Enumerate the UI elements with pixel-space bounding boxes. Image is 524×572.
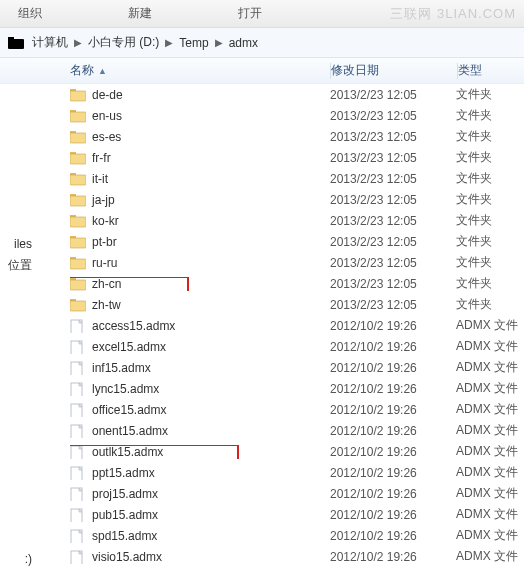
svg-rect-23	[70, 301, 86, 311]
item-name-cell: zh-cn	[70, 277, 330, 291]
list-item[interactable]: ko-kr2013/2/23 12:05文件夹	[70, 210, 524, 231]
item-type: ADMX 文件	[456, 317, 524, 334]
item-date: 2013/2/23 12:05	[330, 298, 456, 312]
item-name: outlk15.admx	[92, 445, 163, 459]
list-item[interactable]: access15.admx2012/10/2 19:26ADMX 文件	[70, 315, 524, 336]
item-name-cell: ru-ru	[70, 256, 330, 270]
item-type: ADMX 文件	[456, 380, 524, 397]
item-date: 2013/2/23 12:05	[330, 109, 456, 123]
folder-icon	[70, 214, 86, 228]
item-name-cell: ppt15.admx	[70, 466, 330, 480]
file-icon	[70, 361, 86, 375]
folder-icon	[70, 298, 86, 312]
file-icon	[70, 487, 86, 501]
breadcrumb-temp[interactable]: Temp	[179, 36, 208, 50]
toolbar: 组织 新建 打开 三联网 3LIAN.COM	[0, 0, 524, 28]
item-name: en-us	[92, 109, 122, 123]
item-name: inf15.admx	[92, 361, 151, 375]
item-date: 2012/10/2 19:26	[330, 529, 456, 543]
folder-icon	[70, 235, 86, 249]
item-name-cell: lync15.admx	[70, 382, 330, 396]
chevron-right-icon: ▶	[74, 37, 82, 48]
file-icon	[70, 466, 86, 480]
column-headers: 名称 ▲ 修改日期 类型	[0, 58, 524, 84]
item-date: 2012/10/2 19:26	[330, 466, 456, 480]
toolbar-organize[interactable]: 组织	[10, 3, 50, 24]
list-item[interactable]: office15.admx2012/10/2 19:26ADMX 文件	[70, 399, 524, 420]
svg-rect-21	[70, 280, 86, 290]
list-item[interactable]: pt-br2013/2/23 12:05文件夹	[70, 231, 524, 252]
list-item[interactable]: spd15.admx2012/10/2 19:26ADMX 文件	[70, 525, 524, 546]
list-item[interactable]: inf15.admx2012/10/2 19:26ADMX 文件	[70, 357, 524, 378]
list-item[interactable]: fr-fr2013/2/23 12:05文件夹	[70, 147, 524, 168]
item-date: 2013/2/23 12:05	[330, 193, 456, 207]
list-item[interactable]: ppt15.admx2012/10/2 19:26ADMX 文件	[70, 462, 524, 483]
item-type: 文件夹	[456, 275, 524, 292]
column-modified[interactable]: 修改日期	[331, 62, 457, 79]
breadcrumb: 计算机 ▶ 小白专用 (D:) ▶ Temp ▶ admx	[32, 34, 258, 51]
chevron-right-icon: ▶	[165, 37, 173, 48]
folder-icon	[70, 130, 86, 144]
item-name-cell: proj15.admx	[70, 487, 330, 501]
list-item[interactable]: es-es2013/2/23 12:05文件夹	[70, 126, 524, 147]
sort-asc-icon: ▲	[98, 66, 107, 76]
item-type: ADMX 文件	[456, 485, 524, 502]
column-name[interactable]: 名称 ▲	[70, 62, 330, 79]
svg-rect-1	[8, 39, 24, 49]
list-item[interactable]: de-de2013/2/23 12:05文件夹	[70, 84, 524, 105]
chevron-right-icon: ▶	[215, 37, 223, 48]
breadcrumb-drive[interactable]: 小白专用 (D:)	[88, 34, 159, 51]
list-item[interactable]: en-us2013/2/23 12:05文件夹	[70, 105, 524, 126]
item-name-cell: pub15.admx	[70, 508, 330, 522]
list-item[interactable]: outlk15.admx2012/10/2 19:26ADMX 文件	[70, 441, 524, 462]
item-name: ru-ru	[92, 256, 117, 270]
item-name-cell: ko-kr	[70, 214, 330, 228]
list-item[interactable]: lync15.admx2012/10/2 19:26ADMX 文件	[70, 378, 524, 399]
list-item[interactable]: it-it2013/2/23 12:05文件夹	[70, 168, 524, 189]
breadcrumb-computer[interactable]: 计算机	[32, 34, 68, 51]
item-name: pt-br	[92, 235, 117, 249]
item-type: ADMX 文件	[456, 548, 524, 565]
item-name-cell: fr-fr	[70, 151, 330, 165]
item-type: 文件夹	[456, 212, 524, 229]
item-name: zh-tw	[92, 298, 121, 312]
list-item[interactable]: onent15.admx2012/10/2 19:26ADMX 文件	[70, 420, 524, 441]
breadcrumb-admx[interactable]: admx	[229, 36, 258, 50]
list-item[interactable]: visio15.admx2012/10/2 19:26ADMX 文件	[70, 546, 524, 567]
toolbar-open[interactable]: 打开	[230, 3, 270, 24]
item-date: 2012/10/2 19:26	[330, 403, 456, 417]
item-name-cell: it-it	[70, 172, 330, 186]
column-type[interactable]: 类型	[458, 62, 524, 79]
item-name-cell: pt-br	[70, 235, 330, 249]
item-date: 2013/2/23 12:05	[330, 256, 456, 270]
item-type: 文件夹	[456, 128, 524, 145]
item-name-cell: en-us	[70, 109, 330, 123]
file-icon	[70, 382, 86, 396]
watermark-text: 三联网 3LIAN.COM	[390, 5, 516, 23]
list-item[interactable]: excel15.admx2012/10/2 19:26ADMX 文件	[70, 336, 524, 357]
toolbar-new[interactable]: 新建	[120, 3, 160, 24]
svg-rect-19	[70, 259, 86, 269]
file-icon	[70, 403, 86, 417]
list-item[interactable]: ru-ru2013/2/23 12:05文件夹	[70, 252, 524, 273]
svg-rect-9	[70, 154, 86, 164]
item-name: proj15.admx	[92, 487, 158, 501]
item-name: access15.admx	[92, 319, 175, 333]
folder-icon	[70, 256, 86, 270]
file-icon	[70, 529, 86, 543]
item-name-cell: excel15.admx	[70, 340, 330, 354]
item-type: 文件夹	[456, 170, 524, 187]
item-type: 文件夹	[456, 296, 524, 313]
list-item[interactable]: proj15.admx2012/10/2 19:26ADMX 文件	[70, 483, 524, 504]
item-name: zh-cn	[92, 277, 121, 291]
svg-rect-5	[70, 112, 86, 122]
item-name: pub15.admx	[92, 508, 158, 522]
list-item[interactable]: zh-cn2013/2/23 12:05文件夹	[70, 273, 524, 294]
address-bar[interactable]: 计算机 ▶ 小白专用 (D:) ▶ Temp ▶ admx	[0, 28, 524, 58]
list-item[interactable]: zh-tw2013/2/23 12:05文件夹	[70, 294, 524, 315]
list-item[interactable]: ja-jp2013/2/23 12:05文件夹	[70, 189, 524, 210]
folder-icon	[70, 277, 86, 291]
item-type: ADMX 文件	[456, 443, 524, 460]
file-icon	[70, 550, 86, 564]
list-item[interactable]: pub15.admx2012/10/2 19:26ADMX 文件	[70, 504, 524, 525]
